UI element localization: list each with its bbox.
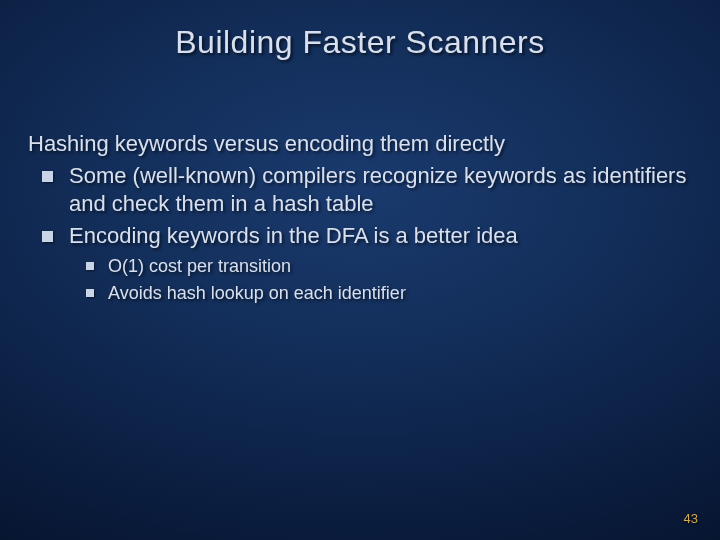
subbullet-text: O(1) cost per transition xyxy=(108,255,692,278)
slide: Building Faster Scanners Hashing keyword… xyxy=(0,0,720,540)
subbullet-text: Avoids hash lookup on each identifier xyxy=(108,282,692,305)
square-bullet-icon xyxy=(86,289,94,297)
slide-body: Hashing keywords versus encoding them di… xyxy=(28,130,692,307)
slide-title: Building Faster Scanners xyxy=(0,24,720,61)
bullet-level2: Avoids hash lookup on each identifier xyxy=(86,282,692,305)
bullet-text: Encoding keywords in the DFA is a better… xyxy=(69,222,692,250)
bullet-text: Some (well-known) compilers recognize ke… xyxy=(69,162,692,218)
lead-text: Hashing keywords versus encoding them di… xyxy=(28,130,692,158)
square-bullet-icon xyxy=(86,262,94,270)
square-bullet-icon xyxy=(42,231,53,242)
bullet-level1: Encoding keywords in the DFA is a better… xyxy=(42,222,692,250)
page-number: 43 xyxy=(684,511,698,526)
bullet-level1: Some (well-known) compilers recognize ke… xyxy=(42,162,692,218)
square-bullet-icon xyxy=(42,171,53,182)
bullet-level2: O(1) cost per transition xyxy=(86,255,692,278)
